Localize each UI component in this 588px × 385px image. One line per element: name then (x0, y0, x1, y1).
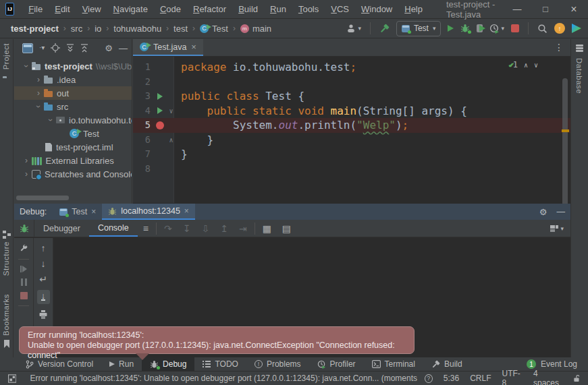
warning-stripe-mark[interactable] (562, 129, 569, 132)
project-view-icon[interactable] (22, 43, 33, 53)
tab-debugger[interactable]: Debugger (34, 220, 89, 237)
breadcrumb-tohuwabohu[interactable]: tohuwabohu (113, 24, 161, 34)
breadcrumb-class-test[interactable]: C Test (200, 24, 228, 34)
close-tab-icon[interactable]: × (184, 206, 189, 216)
profile-button[interactable]: ▾ (346, 24, 361, 33)
breadcrumb-io[interactable]: io (95, 24, 101, 34)
chevron-collapsed-icon[interactable]: › (21, 156, 32, 165)
debug-tab-localhost[interactable]: localhost:12345 × (102, 204, 195, 220)
menu-help[interactable]: Help (398, 0, 429, 18)
tree-item-src[interactable]: › src (14, 100, 132, 113)
lock-icon[interactable] (573, 374, 580, 382)
view-options-icon[interactable]: ·▾ (39, 45, 45, 51)
menu-code[interactable]: Code (154, 0, 187, 18)
print-icon[interactable] (38, 310, 48, 319)
hide-panel-icon[interactable]: — (557, 207, 566, 216)
run-with-coverage-button[interactable] (477, 24, 483, 32)
run-configuration-select[interactable]: Test ▾ (396, 21, 442, 36)
menu-edit[interactable]: Edit (49, 0, 76, 18)
tool-stripe-bookmarks[interactable]: Bookmarks (2, 294, 10, 336)
breakpoint-icon[interactable] (156, 121, 164, 129)
breadcrumb-method-main[interactable]: m main (240, 24, 271, 34)
layout-options-icon[interactable]: ≡ (138, 220, 154, 237)
editor-options-icon[interactable]: ⋮ (554, 42, 564, 53)
maximize-button[interactable]: □ (531, 0, 560, 18)
menu-window[interactable]: Window (355, 0, 398, 18)
fold-start-icon[interactable]: ∨ (167, 104, 176, 119)
expand-all-icon[interactable] (66, 44, 74, 53)
chevron-collapsed-icon[interactable]: › (21, 169, 32, 179)
scroll-to-end-icon[interactable]: ↓ (37, 290, 50, 304)
chevron-expanded-icon[interactable]: › (33, 102, 44, 111)
chevron-expanded-icon[interactable]: › (45, 115, 56, 125)
breadcrumb-test[interactable]: test (173, 24, 188, 34)
minimize-button[interactable]: — (503, 0, 531, 18)
tab-console[interactable]: Console (89, 220, 138, 237)
help-status-icon[interactable]: ? (425, 374, 433, 383)
menu-navigate[interactable]: Navigate (107, 0, 154, 18)
update-available-icon[interactable]: ↑ (554, 23, 565, 34)
debug-button[interactable] (460, 24, 470, 33)
tool-stripe-structure[interactable]: Structure (2, 241, 10, 276)
menu-view[interactable]: View (76, 0, 107, 18)
fold-end-icon[interactable]: ∧ (167, 133, 176, 148)
locate-file-icon[interactable] (51, 43, 60, 53)
run-class-gutter-icon[interactable] (157, 93, 163, 100)
menu-tools[interactable]: Tools (292, 0, 325, 18)
restore-layout-button[interactable]: ▾ (550, 220, 570, 237)
profiler-button[interactable]: ▾ (489, 24, 504, 34)
prev-problem-icon[interactable]: ∧ (524, 61, 528, 69)
tree-item-package[interactable]: › io.tohuwabohu.test (14, 113, 132, 127)
step-over-icon[interactable]: ↷ (159, 220, 178, 237)
up-stack-trace-icon[interactable]: ↑ (41, 243, 46, 253)
tree-item-external-libraries[interactable]: › External Libraries (14, 154, 132, 167)
indent-setting[interactable]: 4 spaces (533, 369, 562, 385)
tool-stripe-project[interactable]: Project (2, 43, 10, 69)
menu-refactor[interactable]: Refactor (187, 0, 232, 18)
evaluate-expression-icon[interactable]: ▦ (257, 220, 277, 237)
run-main-gutter-icon[interactable] (157, 107, 163, 114)
debug-tab-test[interactable]: Test × (53, 204, 102, 220)
settings-layout-icon[interactable]: ▤ (277, 220, 296, 237)
line-separator[interactable]: CRLF (470, 374, 491, 383)
close-tab-icon[interactable]: × (91, 207, 96, 216)
tree-item-iml[interactable]: test-project.iml (14, 140, 132, 154)
tab-test-java[interactable]: C Test.java × (133, 39, 203, 56)
horizontal-scrollbar[interactable] (16, 196, 69, 200)
chevron-expanded-icon[interactable]: › (21, 61, 32, 71)
chevron-collapsed-icon[interactable]: › (33, 75, 44, 84)
menu-file[interactable]: File (22, 0, 49, 18)
gear-icon[interactable]: ⚙ (105, 44, 113, 53)
toolwindow-switcher-icon[interactable] (8, 374, 16, 383)
wrench-icon[interactable] (19, 243, 28, 253)
tree-item-test-class[interactable]: C Test (14, 127, 132, 140)
menu-vcs[interactable]: VCS (325, 0, 355, 18)
stop-process-icon[interactable] (20, 292, 28, 299)
collapse-all-icon[interactable] (80, 44, 88, 53)
gear-icon[interactable]: ⚙ (539, 207, 547, 217)
editor-scrollbar[interactable] (562, 78, 568, 208)
code-area[interactable]: 1 package io.tohuwabohu.test; 2 3 public… (133, 57, 570, 203)
tree-item-idea[interactable]: › .idea (14, 73, 132, 86)
step-into-icon[interactable]: ↧ (178, 220, 196, 237)
search-everywhere-button[interactable] (537, 24, 547, 34)
tool-stripe-database[interactable]: Database (575, 58, 583, 94)
run-to-cursor-icon[interactable]: ⇥ (234, 220, 252, 237)
bookmark-stripe-icon[interactable] (3, 340, 10, 348)
breadcrumb-project[interactable]: test-project (11, 24, 59, 34)
structure-stripe-icon[interactable] (3, 231, 11, 239)
stop-button[interactable] (511, 24, 519, 32)
down-stack-trace-icon[interactable]: ↓ (41, 259, 46, 268)
soft-wrap-icon[interactable]: ↵ (39, 274, 47, 284)
tree-item-scratches[interactable]: › Scratches and Consoles (14, 167, 132, 181)
database-stripe-icon[interactable] (576, 45, 583, 52)
breadcrumb-src[interactable]: src (71, 24, 82, 34)
run-button[interactable] (448, 25, 454, 32)
resume-program-icon[interactable] (20, 266, 27, 272)
next-problem-icon[interactable]: ∨ (534, 61, 538, 69)
tree-item-out[interactable]: › out (14, 86, 132, 100)
close-button[interactable]: × (560, 0, 588, 18)
ide-features-trainer-icon[interactable] (572, 24, 581, 33)
hide-panel-icon[interactable]: — (119, 44, 128, 53)
caret-position[interactable]: 5:36 (444, 374, 459, 383)
